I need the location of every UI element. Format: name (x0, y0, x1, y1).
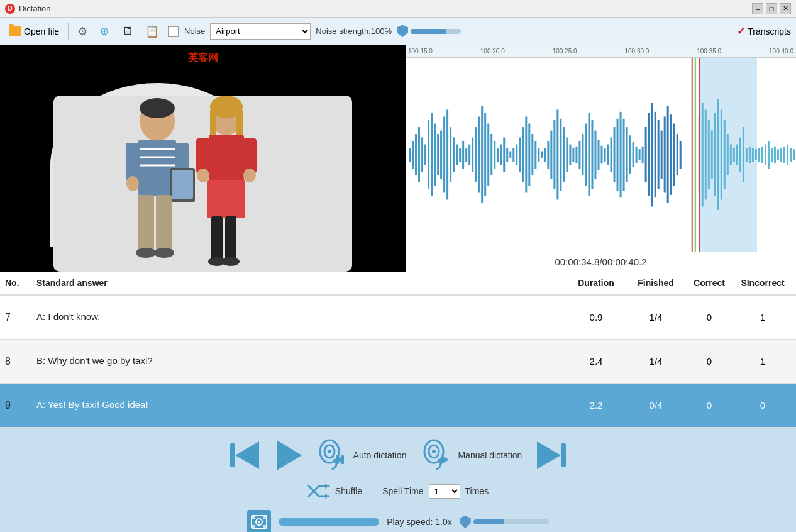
svg-rect-32 (412, 141, 414, 169)
svg-rect-85 (578, 141, 580, 169)
svg-rect-143 (777, 149, 779, 160)
svg-rect-91 (597, 140, 599, 170)
svg-rect-40 (437, 134, 439, 175)
svg-rect-48 (462, 141, 464, 169)
shuffle-button[interactable]: Shuffle (307, 480, 362, 502)
svg-rect-87 (585, 124, 587, 186)
header-correct: Correct (684, 278, 734, 288)
svg-rect-67 (522, 127, 524, 182)
table-row[interactable]: 8 B: Why don't we go by taxi? 2.4 1/4 0 … (0, 340, 796, 384)
svg-rect-113 (667, 106, 669, 203)
noise-label: Noise (184, 26, 205, 36)
svg-rect-21 (209, 135, 244, 182)
svg-rect-47 (459, 148, 461, 162)
copy-icon: ⊕ (100, 25, 109, 38)
svg-rect-145 (783, 147, 785, 163)
svg-rect-50 (468, 145, 470, 165)
noise-slider[interactable] (411, 29, 461, 34)
minimize-button[interactable]: – (752, 3, 763, 14)
copy-button[interactable]: ⊕ (96, 23, 113, 40)
note-icon: 📋 (145, 25, 159, 38)
play-button[interactable] (277, 440, 302, 470)
svg-rect-61 (503, 138, 505, 172)
svg-rect-105 (642, 147, 644, 163)
row-duration: 0.9 (565, 312, 627, 323)
svg-rect-137 (758, 148, 760, 162)
svg-rect-90 (594, 131, 596, 179)
svg-rect-168 (252, 516, 255, 519)
manual-dictation-button[interactable]: Manual dictation (421, 438, 522, 472)
noise-checkbox[interactable] (168, 26, 179, 37)
back-button[interactable] (230, 441, 262, 469)
current-time: 00:00:34.8/00:00:40.2 (555, 257, 647, 267)
svg-rect-171 (263, 525, 267, 528)
svg-rect-107 (648, 113, 650, 196)
svg-rect-31 (409, 148, 411, 162)
spell-time-select[interactable]: 1 2 3 (429, 484, 460, 499)
speed-progress-bar[interactable] (279, 518, 379, 526)
maximize-button[interactable]: □ (766, 3, 777, 14)
watermark: 英客网 (188, 52, 218, 65)
open-file-button[interactable]: Open file (5, 25, 63, 38)
manual-dictation-label: Manual dictation (458, 450, 522, 460)
row-finished: 1/4 (627, 312, 684, 323)
svg-point-153 (328, 450, 331, 453)
table-section: No. Standard answer Duration Finished Co… (0, 272, 796, 428)
speed-slider[interactable] (473, 519, 549, 524)
timeline-markers: 100:15.0 100:20.0 100:25.0 100:30.0 100:… (408, 48, 793, 55)
svg-rect-76 (550, 131, 552, 179)
window-controls[interactable]: – □ ✕ (752, 3, 791, 14)
table-row[interactable]: 7 A: I don't know. 0.9 1/4 0 1 (0, 296, 796, 340)
svg-rect-139 (765, 145, 766, 165)
svg-rect-148 (793, 149, 795, 160)
svg-rect-56 (487, 124, 489, 186)
svg-rect-13 (138, 195, 154, 252)
svg-rect-34 (418, 127, 420, 182)
speed-slider-wrap (460, 516, 549, 528)
svg-rect-74 (544, 148, 546, 162)
forward-arrow (537, 441, 561, 469)
waveform-selection (699, 58, 757, 252)
close-button[interactable]: ✕ (780, 3, 791, 14)
svg-marker-160 (441, 455, 449, 464)
svg-point-24 (197, 169, 209, 182)
app-icon: D (5, 4, 15, 14)
controls-panel: Auto dictation Manual dictation (0, 428, 796, 532)
svg-rect-110 (658, 120, 660, 189)
row-finished: 0/4 (627, 400, 684, 411)
svg-marker-165 (325, 484, 329, 489)
svg-rect-108 (651, 103, 653, 207)
notes-button[interactable]: 📋 (141, 23, 163, 40)
svg-rect-89 (591, 120, 593, 189)
waveform-area[interactable] (406, 58, 796, 252)
check-icon: ✓ (737, 25, 745, 37)
svg-rect-115 (673, 124, 675, 186)
back-tail (230, 443, 235, 467)
svg-rect-42 (443, 117, 445, 193)
svg-rect-14 (156, 195, 172, 252)
waveform-cursor (699, 58, 700, 252)
svg-rect-96 (614, 127, 616, 182)
table-row[interactable]: 9 A: Yes! By taxi! Good idea! 2.2 0/4 0 … (0, 384, 796, 428)
settings-button[interactable]: ⚙ (74, 23, 91, 40)
svg-rect-54 (481, 106, 483, 203)
svg-rect-79 (560, 119, 561, 191)
svg-marker-166 (325, 494, 329, 499)
svg-rect-104 (639, 149, 641, 160)
svg-rect-169 (263, 516, 267, 519)
ear-auto-icon (317, 438, 348, 472)
transcripts-button[interactable]: ✓ Transcripts (737, 25, 791, 37)
svg-point-30 (222, 257, 240, 266)
spell-time-control: Spell Time 1 2 3 Times (382, 484, 489, 499)
forward-button[interactable] (537, 441, 566, 469)
auto-dictation-button[interactable]: Auto dictation (317, 438, 407, 472)
noise-dropdown[interactable]: Airport (210, 23, 311, 40)
row-answer-text: B: Why don't we go by taxi? (36, 354, 565, 369)
svg-point-15 (136, 248, 156, 258)
svg-point-25 (243, 169, 256, 182)
header-finished: Finished (627, 278, 684, 288)
times-label: Times (465, 486, 489, 496)
svg-rect-12 (172, 170, 193, 199)
svg-rect-103 (636, 147, 638, 163)
monitor-button[interactable]: 🖥 (118, 23, 136, 40)
